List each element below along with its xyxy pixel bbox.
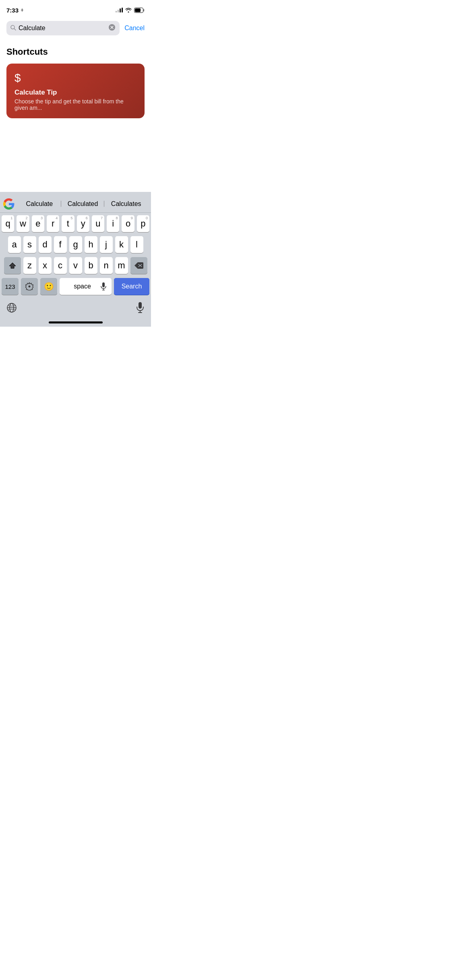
key-x[interactable]: x (39, 257, 52, 274)
search-icon (10, 25, 16, 32)
search-key[interactable]: Search (114, 278, 149, 295)
pred-word-3[interactable]: Calculates (104, 199, 148, 209)
gear-icon (25, 282, 33, 290)
gear-key[interactable] (21, 278, 38, 295)
cancel-button[interactable]: Cancel (124, 25, 145, 32)
key-q[interactable]: 1q (2, 215, 14, 232)
key-n[interactable]: n (100, 257, 113, 274)
key-d[interactable]: d (39, 236, 52, 253)
key-c[interactable]: c (54, 257, 67, 274)
emoji-key[interactable]: 🙂 (40, 278, 57, 295)
search-input-wrapper[interactable]: Calculate (6, 21, 120, 35)
svg-rect-2 (135, 8, 141, 12)
battery-icon (134, 8, 145, 13)
key-row-1: 1q 2w 3e 4r 5t 6y 7u 8i 9o 0p (2, 215, 149, 232)
calculate-tip-card[interactable]: $ Calculate Tip Choose the tip and get t… (6, 64, 145, 118)
svg-line-4 (14, 29, 16, 30)
wifi-icon (125, 8, 132, 12)
svg-rect-1 (143, 9, 145, 11)
key-f[interactable]: f (54, 236, 67, 253)
search-area: Calculate Cancel (0, 18, 151, 39)
keyboard: Calculate Calculated Calculates 1q 2w 3e… (0, 192, 151, 327)
key-m[interactable]: m (115, 257, 128, 274)
num-key[interactable]: 123 (2, 278, 19, 295)
status-bar: 7:33 (0, 0, 151, 18)
shortcut-description: Choose the tip and get the total bill fr… (14, 98, 137, 111)
key-e[interactable]: 3e (32, 215, 44, 232)
key-r[interactable]: 4r (47, 215, 59, 232)
key-j[interactable]: j (100, 236, 113, 253)
key-l[interactable]: l (130, 236, 143, 253)
key-h[interactable]: h (85, 236, 97, 253)
key-row-2: a s d f g h j k l (2, 236, 149, 253)
key-z[interactable]: z (23, 257, 36, 274)
space-key[interactable]: space (60, 278, 112, 295)
key-o[interactable]: 9o (122, 215, 134, 232)
key-y[interactable]: 6y (77, 215, 89, 232)
delete-icon (134, 262, 143, 269)
key-k[interactable]: k (115, 236, 128, 253)
home-indicator (0, 319, 151, 327)
key-u[interactable]: 7u (92, 215, 104, 232)
key-a[interactable]: a (8, 236, 21, 253)
key-i[interactable]: 8i (107, 215, 119, 232)
home-bar (49, 321, 103, 323)
predictive-bar: Calculate Calculated Calculates (0, 195, 151, 213)
key-s[interactable]: s (23, 236, 36, 253)
keyboard-bottom-row (0, 301, 151, 319)
globe-icon-svg (6, 303, 17, 313)
clear-button[interactable] (108, 24, 116, 33)
status-icons (116, 8, 145, 13)
delete-key[interactable] (130, 257, 147, 274)
shortcut-title: Calculate Tip (14, 89, 137, 97)
search-input[interactable]: Calculate (19, 25, 106, 32)
predictive-words: Calculate Calculated Calculates (18, 199, 148, 209)
key-v[interactable]: v (69, 257, 82, 274)
globe-icon[interactable] (6, 303, 17, 315)
keyboard-rows: 1q 2w 3e 4r 5t 6y 7u 8i 9o 0p a s d f g … (0, 213, 151, 301)
shortcuts-header: Shortcuts (0, 39, 151, 60)
key-t[interactable]: 5t (62, 215, 74, 232)
svg-rect-10 (102, 282, 105, 287)
key-row-4: 123 🙂 space Search (2, 278, 149, 295)
google-logo-icon (3, 198, 14, 210)
status-time: 7:33 (6, 7, 24, 14)
key-w[interactable]: 2w (17, 215, 29, 232)
microphone-icon[interactable] (136, 302, 145, 316)
mic-inline-icon (100, 282, 107, 290)
shortcut-dollar-icon: $ (14, 72, 137, 84)
space-label: space (64, 283, 100, 290)
shift-icon (9, 262, 16, 269)
key-b[interactable]: b (85, 257, 97, 274)
svg-rect-16 (139, 302, 142, 309)
signal-icon (116, 8, 123, 12)
key-g[interactable]: g (69, 236, 82, 253)
pred-word-2[interactable]: Calculated (61, 199, 105, 209)
pred-word-1[interactable]: Calculate (18, 199, 61, 209)
shift-key[interactable] (4, 257, 21, 274)
mic-icon-svg (136, 302, 145, 313)
key-row-3: z x c v b n m (2, 257, 149, 274)
key-p[interactable]: 0p (137, 215, 149, 232)
location-icon (20, 8, 24, 12)
